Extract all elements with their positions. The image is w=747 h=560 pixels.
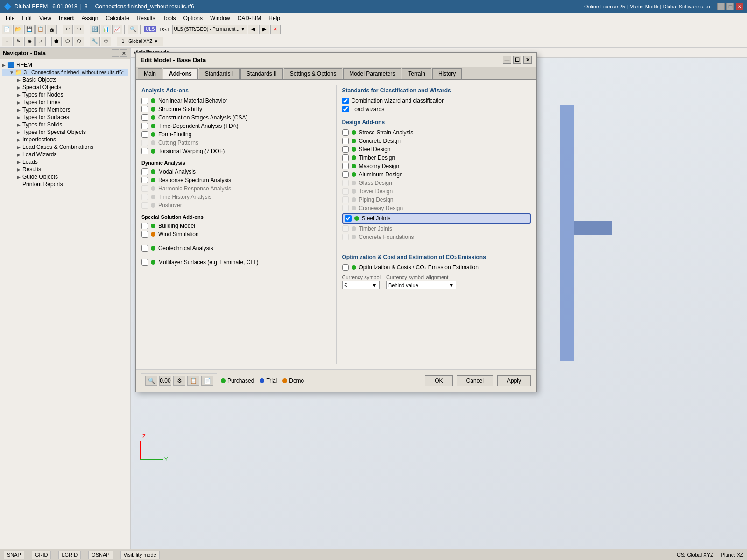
nav-imperfections[interactable]: ▶ Imperfections <box>2 136 128 143</box>
tb-open[interactable]: 📂 <box>13 25 23 34</box>
cb-wind[interactable] <box>141 231 148 238</box>
menu-cad-bim[interactable]: CAD-BIM <box>234 14 265 22</box>
tb-close-x[interactable]: ✕ <box>270 25 281 34</box>
nav-types-nodes[interactable]: ▶ Types for Nodes <box>2 91 128 98</box>
tab-main[interactable]: Main <box>138 68 162 79</box>
nav-types-surfaces[interactable]: ▶ Types for Surfaces <box>2 113 128 121</box>
maximize-button[interactable]: ☐ <box>726 3 734 10</box>
menu-edit[interactable]: Edit <box>18 14 35 22</box>
cb-stability[interactable] <box>141 106 148 112</box>
menu-assign[interactable]: Assign <box>78 14 102 22</box>
cb-formfinding[interactable] <box>141 131 148 138</box>
tb-prev[interactable]: ◀ <box>248 25 258 34</box>
nav-close[interactable]: ✕ <box>120 49 127 57</box>
tb2-1[interactable]: ↑ <box>2 37 12 46</box>
cb-response[interactable] <box>141 177 148 183</box>
menu-results[interactable]: Results <box>133 14 159 22</box>
cb-masonry[interactable] <box>342 163 349 169</box>
menu-options[interactable]: Options <box>180 14 206 22</box>
ok-button[interactable]: OK <box>425 375 452 386</box>
tb2-6[interactable]: ⬠ <box>63 37 73 46</box>
tb-save[interactable]: 💾 <box>24 25 35 34</box>
tb-undo[interactable]: ↩ <box>63 25 73 34</box>
cb-timber[interactable] <box>342 154 349 161</box>
tb2-4[interactable]: ↗ <box>35 37 46 46</box>
menu-calculate[interactable]: Calculate <box>102 14 133 22</box>
tab-settings[interactable]: Settings & Options <box>284 68 342 79</box>
viewport[interactable]: Visibility mode Y Z <box>131 48 747 549</box>
nav-rfem[interactable]: ▶ 🟦 RFEM <box>2 61 128 69</box>
cb-std-combo[interactable] <box>342 98 349 104</box>
tb-save2[interactable]: 📋 <box>35 25 46 34</box>
cb-multilayer[interactable] <box>141 259 148 266</box>
tab-terrain[interactable]: Terrain <box>402 68 431 79</box>
cb-geo[interactable] <box>141 245 148 252</box>
tb-combo[interactable]: ULS (STR/GEO) - Permanent... ▼ <box>172 25 247 34</box>
menu-file[interactable]: File <box>2 14 18 22</box>
tb-redo[interactable]: ↪ <box>74 25 84 34</box>
apply-button[interactable]: Apply <box>497 375 531 386</box>
nav-basic[interactable]: ▶ Basic Objects <box>2 76 128 84</box>
dialog-minimize-btn[interactable]: — <box>503 56 511 64</box>
btb-num[interactable]: 0.00 <box>159 376 171 386</box>
dialog-maximize-btn[interactable]: ☐ <box>513 56 521 64</box>
tab-standards2[interactable]: Standards II <box>240 68 283 79</box>
menu-insert[interactable]: Insert <box>55 14 78 22</box>
tb-calc[interactable]: 🔢 <box>90 25 100 34</box>
status-visibility[interactable]: Visibility mode <box>120 551 160 559</box>
cancel-button[interactable]: Cancel <box>457 375 493 386</box>
cb-std-load[interactable] <box>342 106 349 112</box>
cb-stress[interactable] <box>342 129 349 136</box>
nav-types-lines[interactable]: ▶ Types for Lines <box>2 98 128 106</box>
cb-opt[interactable] <box>342 264 349 271</box>
menu-help[interactable]: Help <box>265 14 284 22</box>
cb-modal[interactable] <box>141 168 148 175</box>
status-osnap[interactable]: OSNAP <box>88 551 113 559</box>
nav-types-members[interactable]: ▶ Types for Members <box>2 106 128 113</box>
cb-building[interactable] <box>141 223 148 229</box>
btb-tool4[interactable]: 📋 <box>187 376 199 386</box>
cb-concrete[interactable] <box>342 138 349 144</box>
tb-next[interactable]: ▶ <box>259 25 269 34</box>
tb-print[interactable]: 🖨 <box>47 25 57 34</box>
tb2-3[interactable]: ⊕ <box>24 37 35 46</box>
nav-types-special[interactable]: ▶ Types for Special Objects <box>2 128 128 136</box>
cb-aluminum[interactable] <box>342 171 349 178</box>
dialog-close-btn[interactable]: ✕ <box>523 56 532 64</box>
tb2-5[interactable]: ⬟ <box>51 37 62 46</box>
nav-types-solids[interactable]: ▶ Types for Solids <box>2 121 128 128</box>
btb-tool5[interactable]: 📄 <box>201 376 213 386</box>
nav-guide[interactable]: ▶ Guide Objects <box>2 173 128 181</box>
tb2-7[interactable]: ⬡ <box>74 37 84 46</box>
cb-warping[interactable] <box>141 148 148 154</box>
currency-align-select[interactable]: Behind value ▼ <box>386 281 456 289</box>
tb2-8[interactable]: 🔧 <box>90 37 100 46</box>
btb-search[interactable]: 🔍 <box>145 376 157 386</box>
nav-project[interactable]: ▼ 📁 3 - Connections finished_without res… <box>2 69 128 76</box>
menu-tools[interactable]: Tools <box>159 14 180 22</box>
nav-load-cases[interactable]: ▶ Load Cases & Combinations <box>2 143 128 151</box>
status-lgrid[interactable]: LGRID <box>58 551 81 559</box>
tab-history[interactable]: History <box>432 68 462 79</box>
menu-window[interactable]: Window <box>206 14 234 22</box>
tb-calc3[interactable]: 📈 <box>112 25 122 34</box>
cb-steel[interactable] <box>342 146 349 153</box>
cb-csa[interactable] <box>141 114 148 121</box>
menu-view[interactable]: View <box>35 14 55 22</box>
nav-load-wizards[interactable]: ▶ Load Wizards <box>2 151 128 158</box>
tb2-9[interactable]: ⚙ <box>101 37 111 46</box>
nav-special[interactable]: ▶ Special Objects <box>2 84 128 91</box>
status-grid[interactable]: GRID <box>32 551 51 559</box>
minimize-button[interactable]: — <box>717 3 725 10</box>
close-button[interactable]: ✕ <box>736 3 743 10</box>
tab-addons[interactable]: Add-ons <box>163 68 198 79</box>
nav-printout[interactable]: Printout Reports <box>2 181 128 188</box>
tb-zoom[interactable]: 🔍 <box>128 25 138 34</box>
tab-model-params[interactable]: Model Parameters <box>343 68 401 79</box>
nav-results[interactable]: ▶ Results <box>2 166 128 173</box>
cb-steel-joints[interactable] <box>345 215 352 222</box>
nav-loads[interactable]: ▶ Loads <box>2 158 128 166</box>
nav-minimize[interactable]: _ <box>112 49 119 57</box>
currency-symbol-select[interactable]: € ▼ <box>342 281 380 289</box>
status-snap[interactable]: SNAP <box>4 551 24 559</box>
